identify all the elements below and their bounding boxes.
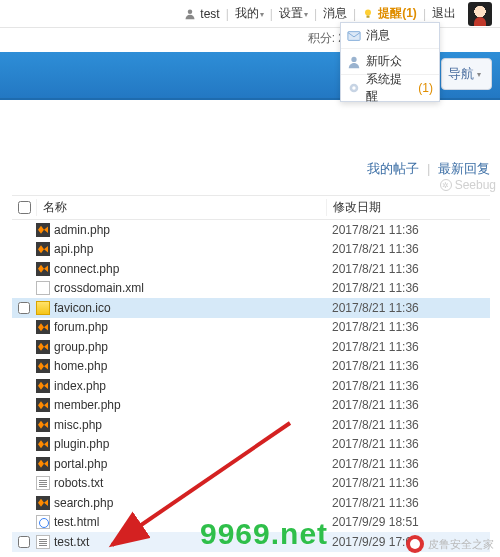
file-date: 2017/8/21 11:36 [326, 457, 490, 471]
mid-links: 我的帖子 | 最新回复 [367, 160, 490, 178]
file-name: search.php [54, 496, 113, 510]
file-name-cell: forum.php [36, 320, 326, 334]
st-file-icon [36, 496, 50, 510]
file-row[interactable]: connect.php2017/8/21 11:36 [12, 259, 490, 279]
file-row[interactable]: search.php2017/8/21 11:36 [12, 493, 490, 513]
file-name-cell: group.php [36, 340, 326, 354]
nav-pill-label: 导航 [448, 65, 474, 83]
st-file-icon [36, 242, 50, 256]
row-checkbox[interactable] [12, 302, 36, 314]
file-row[interactable]: portal.php2017/8/21 11:36 [12, 454, 490, 474]
header-checkbox[interactable] [12, 201, 36, 214]
dropdown-label: 新听众 [366, 53, 402, 70]
st-file-icon [36, 359, 50, 373]
file-row[interactable]: index.php2017/8/21 11:36 [12, 376, 490, 396]
header-name[interactable]: 名称 [36, 199, 326, 216]
file-name: admin.php [54, 223, 110, 237]
file-date: 2017/8/21 11:36 [326, 418, 490, 432]
file-name-cell: misc.php [36, 418, 326, 432]
file-row[interactable]: group.php2017/8/21 11:36 [12, 337, 490, 357]
file-date: 2017/8/21 11:36 [326, 379, 490, 393]
file-row[interactable]: admin.php2017/8/21 11:36 [12, 220, 490, 240]
sep: | [423, 7, 426, 21]
watermark: ✲ Seebug [440, 178, 496, 192]
file-name: crossdomain.xml [54, 281, 144, 295]
file-date: 2017/8/21 11:36 [326, 340, 490, 354]
file-name: connect.php [54, 262, 119, 276]
st-file-icon [36, 262, 50, 276]
mail-icon [347, 29, 361, 43]
file-name-cell: connect.php [36, 262, 326, 276]
file-name-cell: admin.php [36, 223, 326, 237]
dropdown-item-sysalert[interactable]: 系统提醒(1) [341, 75, 439, 101]
dropdown-label: 系统提醒 [366, 71, 413, 105]
file-name-cell: api.php [36, 242, 326, 256]
settings-label: 设置 [279, 6, 303, 20]
header-date[interactable]: 修改日期 [326, 199, 490, 216]
file-row[interactable]: crossdomain.xml2017/8/21 11:36 [12, 279, 490, 299]
txt-file-icon [36, 476, 50, 490]
file-name: forum.php [54, 320, 108, 334]
file-name-cell: member.php [36, 398, 326, 412]
row-checkbox[interactable] [12, 536, 36, 548]
st-file-icon [36, 223, 50, 237]
file-name-cell: search.php [36, 496, 326, 510]
file-row[interactable]: forum.php2017/8/21 11:36 [12, 318, 490, 338]
file-date: 2017/8/21 11:36 [326, 437, 490, 451]
file-row[interactable]: misc.php2017/8/21 11:36 [12, 415, 490, 435]
blank-file-icon [36, 281, 50, 295]
st-file-icon [36, 379, 50, 393]
messages-link[interactable]: 消息 [323, 5, 347, 22]
dropdown-count: (1) [418, 81, 433, 95]
file-row[interactable]: member.php2017/8/21 11:36 [12, 396, 490, 416]
file-header: 名称 修改日期 [12, 196, 490, 220]
file-row[interactable]: home.php2017/8/21 11:36 [12, 357, 490, 377]
file-date: 2017/9/29 18:51 [326, 515, 490, 529]
sep: | [314, 7, 317, 21]
file-name: home.php [54, 359, 107, 373]
st-file-icon [36, 437, 50, 451]
mine-label: 我的 [235, 6, 259, 20]
st-file-icon [36, 398, 50, 412]
st-file-icon [36, 457, 50, 471]
file-name-cell: robots.txt [36, 476, 326, 490]
svg-rect-3 [348, 31, 360, 40]
file-name: index.php [54, 379, 106, 393]
file-row[interactable]: plugin.php2017/8/21 11:36 [12, 435, 490, 455]
chevron-down-icon: ▾ [304, 10, 308, 19]
file-name: test.txt [54, 535, 89, 549]
file-pane: 名称 修改日期 admin.php2017/8/21 11:36api.php2… [12, 195, 490, 555]
mine-link[interactable]: 我的▾ [235, 5, 264, 22]
file-name: plugin.php [54, 437, 109, 451]
svg-point-1 [365, 9, 371, 15]
file-row[interactable]: api.php2017/8/21 11:36 [12, 240, 490, 260]
dropdown-label: 消息 [366, 27, 390, 44]
file-list: admin.php2017/8/21 11:36api.php2017/8/21… [12, 220, 490, 555]
file-name: test.html [54, 515, 99, 529]
myposts-link[interactable]: 我的帖子 [367, 161, 419, 176]
sep: | [270, 7, 273, 21]
file-date: 2017/8/21 11:36 [326, 223, 490, 237]
user-icon [347, 55, 361, 69]
file-date: 2017/8/21 11:36 [326, 242, 490, 256]
latest-link[interactable]: 最新回复 [438, 161, 490, 176]
dropdown-item-messages[interactable]: 消息 [341, 23, 439, 49]
chevron-down-icon: ▾ [477, 70, 481, 79]
file-name: robots.txt [54, 476, 103, 490]
chevron-down-icon: ▾ [260, 10, 264, 19]
file-row[interactable]: robots.txt2017/8/21 11:36 [12, 474, 490, 494]
file-name-cell: index.php [36, 379, 326, 393]
file-name: misc.php [54, 418, 102, 432]
corner-logo-icon [406, 535, 424, 553]
bug-icon: ✲ [440, 179, 452, 191]
alerts-link[interactable]: 提醒(1) [378, 5, 417, 22]
nav-pill[interactable]: 导航▾ [441, 58, 492, 90]
logout-link[interactable]: 退出 [432, 5, 456, 22]
txt-file-icon [36, 535, 50, 549]
settings-link[interactable]: 设置▾ [279, 5, 308, 22]
username-link[interactable]: test [200, 7, 219, 21]
file-name-cell: plugin.php [36, 437, 326, 451]
overlay-url: 9969.net [200, 517, 328, 551]
file-row[interactable]: favicon.ico2017/8/21 11:36 [12, 298, 490, 318]
avatar[interactable] [468, 2, 492, 26]
